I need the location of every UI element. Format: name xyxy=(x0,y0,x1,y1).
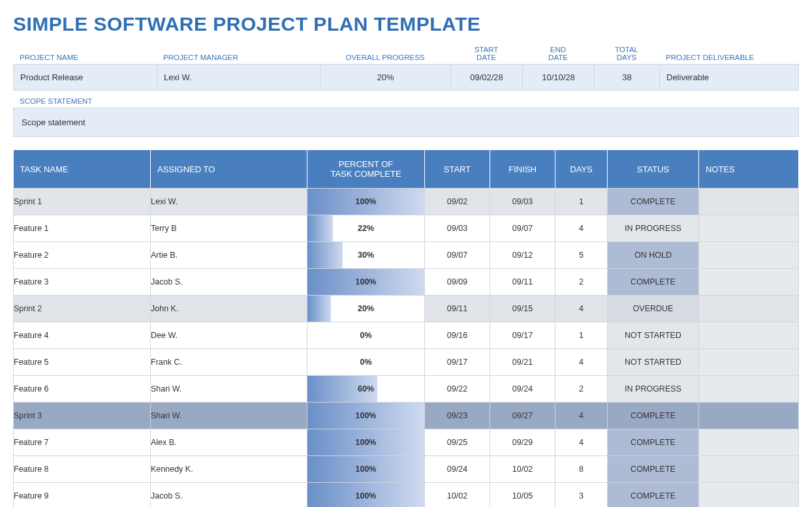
cell-finish[interactable]: 09/21 xyxy=(490,349,555,376)
cell-start[interactable]: 09/24 xyxy=(425,456,490,483)
cell-status[interactable]: COMPLETE xyxy=(608,429,699,456)
cell-assigned[interactable]: Terry B xyxy=(151,215,307,242)
cell-assigned[interactable]: Shari W. xyxy=(151,403,307,429)
value-start-date[interactable]: 09/02/28 xyxy=(451,65,523,90)
cell-notes[interactable] xyxy=(699,483,799,508)
cell-days[interactable]: 4 xyxy=(555,215,608,242)
cell-start[interactable]: 09/22 xyxy=(425,376,490,403)
cell-finish[interactable]: 09/17 xyxy=(490,322,555,349)
cell-days[interactable]: 2 xyxy=(555,269,608,296)
cell-status[interactable]: IN PROGRESS xyxy=(608,376,699,403)
cell-status[interactable]: ON HOLD xyxy=(608,242,699,269)
value-total-days[interactable]: 38 xyxy=(595,65,660,90)
cell-status[interactable]: NOT STARTED xyxy=(608,349,699,376)
cell-task-name[interactable]: Sprint 1 xyxy=(14,189,151,215)
cell-percent[interactable]: 0% xyxy=(307,349,425,376)
cell-task-name[interactable]: Feature 1 xyxy=(14,215,151,242)
cell-notes[interactable] xyxy=(699,215,799,242)
cell-days[interactable]: 8 xyxy=(555,456,608,483)
cell-days[interactable]: 4 xyxy=(555,349,608,376)
cell-task-name[interactable]: Feature 3 xyxy=(14,269,151,296)
cell-task-name[interactable]: Feature 5 xyxy=(14,349,151,376)
cell-status[interactable]: COMPLETE xyxy=(608,483,699,508)
cell-task-name[interactable]: Feature 6 xyxy=(14,376,151,403)
cell-status[interactable]: COMPLETE xyxy=(608,269,699,296)
cell-notes[interactable] xyxy=(699,456,799,483)
cell-notes[interactable] xyxy=(699,242,799,269)
cell-assigned[interactable]: Lexi W. xyxy=(151,189,307,215)
cell-status[interactable]: COMPLETE xyxy=(608,456,699,483)
cell-percent[interactable]: 20% xyxy=(307,296,425,322)
cell-start[interactable]: 09/16 xyxy=(425,322,490,349)
cell-days[interactable]: 1 xyxy=(555,189,608,215)
cell-start[interactable]: 09/09 xyxy=(425,269,490,296)
cell-start[interactable]: 09/02 xyxy=(425,189,490,215)
cell-percent[interactable]: 22% xyxy=(307,215,425,242)
value-project-name[interactable]: Product Release xyxy=(14,65,157,90)
cell-start[interactable]: 10/02 xyxy=(425,483,490,508)
cell-finish[interactable]: 10/02 xyxy=(490,456,555,483)
cell-days[interactable]: 2 xyxy=(555,376,608,403)
cell-finish[interactable]: 09/07 xyxy=(490,215,555,242)
cell-status[interactable]: NOT STARTED xyxy=(608,322,699,349)
scope-value[interactable]: Scope statement xyxy=(13,108,799,137)
cell-notes[interactable] xyxy=(699,376,799,403)
cell-percent[interactable]: 60% xyxy=(307,376,425,403)
cell-percent[interactable]: 100% xyxy=(307,456,425,483)
cell-assigned[interactable]: Alex B. xyxy=(151,429,307,456)
cell-days[interactable]: 5 xyxy=(555,242,608,269)
cell-start[interactable]: 09/23 xyxy=(425,403,490,429)
cell-finish[interactable]: 09/12 xyxy=(490,242,555,269)
cell-finish[interactable]: 09/15 xyxy=(490,296,555,322)
cell-status[interactable]: OVERDUE xyxy=(608,296,699,322)
value-deliverable[interactable]: Deliverable xyxy=(660,65,798,90)
cell-notes[interactable] xyxy=(699,322,799,349)
cell-notes[interactable] xyxy=(699,296,799,322)
cell-days[interactable]: 3 xyxy=(555,483,608,508)
cell-finish[interactable]: 10/05 xyxy=(490,483,555,508)
cell-assigned[interactable]: Kennedy K. xyxy=(151,456,307,483)
cell-task-name[interactable]: Feature 9 xyxy=(14,483,151,508)
cell-percent[interactable]: 100% xyxy=(307,189,425,215)
value-end-date[interactable]: 10/10/28 xyxy=(523,65,595,90)
cell-percent[interactable]: 100% xyxy=(307,403,425,429)
value-overall-progress[interactable]: 20% xyxy=(320,65,451,90)
cell-assigned[interactable]: Jacob S. xyxy=(151,269,307,296)
cell-percent[interactable]: 100% xyxy=(307,269,425,296)
cell-finish[interactable]: 09/29 xyxy=(490,429,555,456)
cell-notes[interactable] xyxy=(699,403,799,429)
cell-finish[interactable]: 09/24 xyxy=(490,376,555,403)
cell-days[interactable]: 4 xyxy=(555,429,608,456)
cell-start[interactable]: 09/17 xyxy=(425,349,490,376)
cell-task-name[interactable]: Sprint 2 xyxy=(14,296,151,322)
cell-notes[interactable] xyxy=(699,189,799,215)
cell-percent[interactable]: 100% xyxy=(307,429,425,456)
cell-days[interactable]: 4 xyxy=(555,296,608,322)
cell-start[interactable]: 09/11 xyxy=(425,296,490,322)
cell-status[interactable]: COMPLETE xyxy=(608,403,699,429)
value-project-manager[interactable]: Lexi W. xyxy=(157,65,320,90)
cell-status[interactable]: COMPLETE xyxy=(608,189,699,215)
cell-percent[interactable]: 30% xyxy=(307,242,425,269)
cell-task-name[interactable]: Sprint 3 xyxy=(14,403,151,429)
cell-task-name[interactable]: Feature 4 xyxy=(14,322,151,349)
cell-notes[interactable] xyxy=(699,269,799,296)
cell-start[interactable]: 09/25 xyxy=(425,429,490,456)
cell-days[interactable]: 4 xyxy=(555,403,608,429)
cell-task-name[interactable]: Feature 2 xyxy=(14,242,151,269)
cell-task-name[interactable]: Feature 8 xyxy=(14,456,151,483)
cell-finish[interactable]: 09/11 xyxy=(490,269,555,296)
cell-assigned[interactable]: John K. xyxy=(151,296,307,322)
cell-notes[interactable] xyxy=(699,429,799,456)
cell-notes[interactable] xyxy=(699,349,799,376)
cell-task-name[interactable]: Feature 7 xyxy=(14,429,151,456)
cell-assigned[interactable]: Dee W. xyxy=(151,322,307,349)
cell-assigned[interactable]: Frank C. xyxy=(151,349,307,376)
cell-finish[interactable]: 09/03 xyxy=(490,189,555,215)
cell-start[interactable]: 09/07 xyxy=(425,242,490,269)
cell-finish[interactable]: 09/27 xyxy=(490,403,555,429)
cell-assigned[interactable]: Artie B. xyxy=(151,242,307,269)
cell-status[interactable]: IN PROGRESS xyxy=(608,215,699,242)
cell-days[interactable]: 1 xyxy=(555,322,608,349)
cell-assigned[interactable]: Shari W. xyxy=(151,376,307,403)
